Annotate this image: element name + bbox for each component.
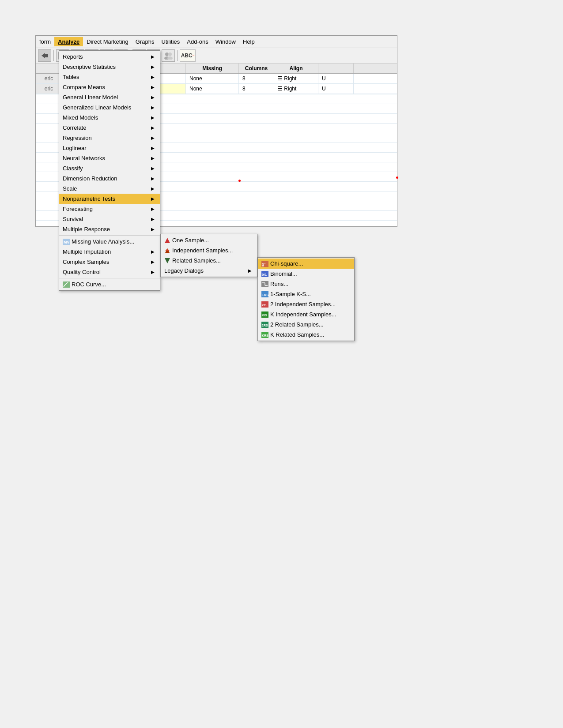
menu-legacy-arrow: ▶ — [248, 268, 252, 273]
menu-missing-value[interactable]: MV Missing Value Analysis... — [59, 236, 160, 247]
dd-sep-1 — [59, 235, 160, 236]
menu-legacy-dialogs[interactable]: Legacy Dialogs ▶ — [161, 266, 257, 276]
menu-item-addons[interactable]: Add-ons — [183, 37, 212, 46]
menu-general-linear-arrow: ▶ — [151, 95, 155, 100]
menu-dimension-reduction[interactable]: Dimension Reduction ▶ — [59, 173, 160, 184]
menu-2-related-samples[interactable]: 2RS 2 Related Samples... — [258, 319, 354, 330]
menu-nonparametric-tests[interactable]: Nonparametric Tests ▶ — [59, 194, 160, 204]
menu-reports-label: Reports — [63, 53, 83, 60]
menu-nonparametric-label: Nonparametric Tests — [63, 195, 115, 202]
binomial-icon: 0/1 — [261, 271, 268, 277]
cell-missing-2: None — [186, 84, 239, 94]
col-header-blank — [36, 64, 62, 73]
menu-mixed-models[interactable]: Mixed Models ▶ — [59, 113, 160, 123]
menu-item-graphs[interactable]: Graphs — [132, 37, 158, 46]
one-sample-icon — [164, 237, 170, 244]
menu-multiple-imputation-arrow: ▶ — [151, 249, 155, 254]
menu-regression[interactable]: Regression ▶ — [59, 133, 160, 143]
menu-k-independent-samples[interactable]: KIS K Independent Samples... — [258, 309, 354, 319]
menu-multiple-imputation-label: Multiple Imputation — [63, 248, 111, 255]
col-header-align: Align — [274, 64, 318, 73]
chi-square-icon: χ² — [261, 261, 268, 267]
svg-marker-35 — [165, 238, 170, 243]
menu-chi-square[interactable]: χ² Chi-square... — [258, 259, 354, 269]
menu-item-form[interactable]: form — [36, 37, 54, 46]
menu-runs[interactable]: Runs... — [258, 279, 354, 289]
menu-reports[interactable]: Reports ▶ — [59, 52, 160, 62]
cell-columns-1: 8 — [239, 74, 274, 83]
menu-correlate[interactable]: Correlate ▶ — [59, 123, 160, 133]
cell-extra-2: U — [318, 84, 354, 94]
svg-text:MV: MV — [64, 240, 70, 244]
svg-text:1KS: 1KS — [262, 293, 268, 297]
menu-tables[interactable]: Tables ▶ — [59, 72, 160, 82]
svg-text:2IS: 2IS — [262, 304, 267, 307]
ind2-icon: 2IS — [261, 301, 268, 308]
svg-text:KRS: KRS — [262, 334, 268, 337]
menu-related-samples[interactable]: Related Samples... — [161, 255, 257, 266]
menu-binomial[interactable]: 0/1 Binomial... — [258, 269, 354, 279]
menu-neural-networks-label: Neural Networks — [63, 155, 105, 161]
cell-align-2: ☰ Right — [274, 84, 318, 94]
svg-text:0/1: 0/1 — [262, 273, 267, 277]
menu-multiple-response-label: Multiple Response — [63, 226, 110, 233]
menu-descriptive-statistics[interactable]: Descriptive Statistics ▶ — [59, 62, 160, 72]
svg-marker-37 — [165, 248, 170, 251]
menu-item-window[interactable]: Window — [212, 37, 239, 46]
menu-independent-samples[interactable]: Independent Samples... — [161, 245, 257, 255]
menu-loglinear[interactable]: Loglinear ▶ — [59, 143, 160, 153]
menu-loglinear-arrow: ▶ — [151, 146, 155, 150]
menu-compare-means-label: Compare Means — [63, 84, 105, 90]
menu-multiple-imputation[interactable]: Multiple Imputation ▶ — [59, 247, 160, 257]
menu-legacy-dialogs-label: Legacy Dialogs — [164, 267, 204, 274]
menu-survival[interactable]: Survival ▶ — [59, 214, 160, 224]
menu-multiple-response[interactable]: Multiple Response ▶ — [59, 224, 160, 234]
menu-forecasting[interactable]: Forecasting ▶ — [59, 204, 160, 214]
indk-icon: KIS — [261, 311, 268, 318]
menu-one-sample-label: One Sample... — [172, 237, 209, 244]
menu-k-related-samples[interactable]: KRS K Related Samples... — [258, 330, 354, 340]
menu-1-sample-ks[interactable]: 1KS 1-Sample K-S... — [258, 289, 354, 299]
menu-roc-curve[interactable]: ROC Curve... — [59, 279, 160, 289]
menu-loglinear-label: Loglinear — [63, 145, 87, 151]
col-header-columns: Columns — [239, 64, 274, 73]
dd-sep-2 — [59, 278, 160, 278]
menu-2-independent-samples[interactable]: 2IS 2 Independent Samples... — [258, 299, 354, 309]
menu-item-utilities[interactable]: Utilities — [158, 37, 183, 46]
menu-general-linear[interactable]: General Linear Model ▶ — [59, 92, 160, 102]
toolbar-sep-1 — [53, 50, 54, 61]
menu-tables-arrow: ▶ — [151, 75, 155, 79]
menu-k-independent-samples-label: K Independent Samples... — [270, 311, 336, 318]
cell-extra-1: U — [318, 74, 354, 83]
menu-independent-samples-label: Independent Samples... — [172, 247, 233, 254]
menu-quality-control[interactable]: Quality Control ▶ — [59, 267, 160, 277]
menu-bar: form Analyze Direct Marketing Graphs Uti… — [36, 36, 397, 48]
menu-complex-samples[interactable]: Complex Samples ▶ — [59, 257, 160, 267]
menu-item-help[interactable]: Help — [239, 37, 258, 46]
menu-one-sample[interactable]: One Sample... — [161, 235, 257, 245]
menu-classify-label: Classify — [63, 165, 83, 172]
menu-dimension-arrow: ▶ — [151, 176, 155, 181]
menu-classify[interactable]: Classify ▶ — [59, 163, 160, 173]
menu-compare-means[interactable]: Compare Means ▶ — [59, 82, 160, 92]
menu-scale-arrow: ▶ — [151, 186, 155, 191]
toolbar-abc-btn[interactable]: ABC~ — [180, 49, 196, 62]
row-type-1: eric — [36, 74, 62, 83]
menu-regression-arrow: ▶ — [151, 135, 155, 140]
runs-icon — [261, 281, 268, 287]
toolbar-people-btn[interactable] — [162, 49, 175, 62]
menu-neural-arrow: ▶ — [151, 156, 155, 161]
toolbar-back-btn[interactable] — [38, 49, 51, 62]
menu-related-samples-label: Related Samples... — [172, 257, 221, 264]
menu-scale[interactable]: Scale ▶ — [59, 184, 160, 194]
svg-point-28 — [165, 53, 169, 56]
menu-item-direct-marketing[interactable]: Direct Marketing — [83, 37, 132, 46]
menu-reports-arrow: ▶ — [151, 54, 155, 59]
menu-item-analyze[interactable]: Analyze — [54, 37, 83, 46]
row-type-2: eric — [36, 84, 62, 94]
menu-generalized-linear[interactable]: Generalized Linear Models ▶ — [59, 102, 160, 113]
menu-runs-label: Runs... — [270, 281, 288, 287]
menu-neural-networks[interactable]: Neural Networks ▶ — [59, 153, 160, 163]
align-icon-1: ☰ — [278, 75, 284, 82]
menu-general-linear-label: General Linear Model — [63, 94, 118, 101]
